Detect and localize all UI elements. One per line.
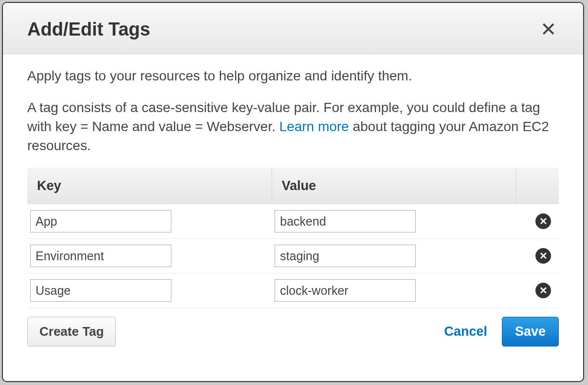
delete-row-icon[interactable]: ✕ bbox=[535, 248, 551, 264]
intro-text: Apply tags to your resources to help org… bbox=[27, 67, 559, 85]
learn-more-link[interactable]: Learn more bbox=[279, 119, 349, 134]
close-icon[interactable]: ✕ bbox=[538, 18, 559, 41]
tags-table: Key Value ✕ ✕ ✕ bbox=[27, 168, 559, 308]
cancel-button[interactable]: Cancel bbox=[444, 324, 487, 339]
modal-header: Add/Edit Tags ✕ bbox=[3, 3, 583, 54]
table-row: ✕ bbox=[27, 204, 559, 239]
col-header-value: Value bbox=[272, 168, 516, 204]
delete-row-icon[interactable]: ✕ bbox=[535, 283, 551, 298]
table-row: ✕ bbox=[27, 239, 559, 273]
modal-body: Apply tags to your resources to help org… bbox=[3, 54, 583, 361]
description-text: A tag consists of a case-sensitive key-v… bbox=[27, 98, 559, 155]
value-input[interactable] bbox=[275, 279, 416, 302]
value-input[interactable] bbox=[275, 210, 416, 232]
footer-row: Create Tag Cancel Save bbox=[27, 317, 559, 346]
footer-actions: Cancel Save bbox=[444, 317, 559, 346]
key-input[interactable] bbox=[30, 279, 171, 302]
value-input[interactable] bbox=[275, 245, 416, 267]
delete-row-icon[interactable]: ✕ bbox=[535, 213, 551, 229]
add-edit-tags-modal: Add/Edit Tags ✕ Apply tags to your resou… bbox=[2, 2, 584, 382]
create-tag-button[interactable]: Create Tag bbox=[27, 317, 116, 346]
save-button[interactable]: Save bbox=[502, 317, 559, 346]
col-header-key: Key bbox=[27, 168, 272, 204]
modal-title: Add/Edit Tags bbox=[27, 19, 150, 40]
key-input[interactable] bbox=[30, 245, 171, 267]
table-row: ✕ bbox=[27, 273, 559, 308]
col-header-delete bbox=[516, 168, 559, 204]
key-input[interactable] bbox=[30, 210, 171, 232]
